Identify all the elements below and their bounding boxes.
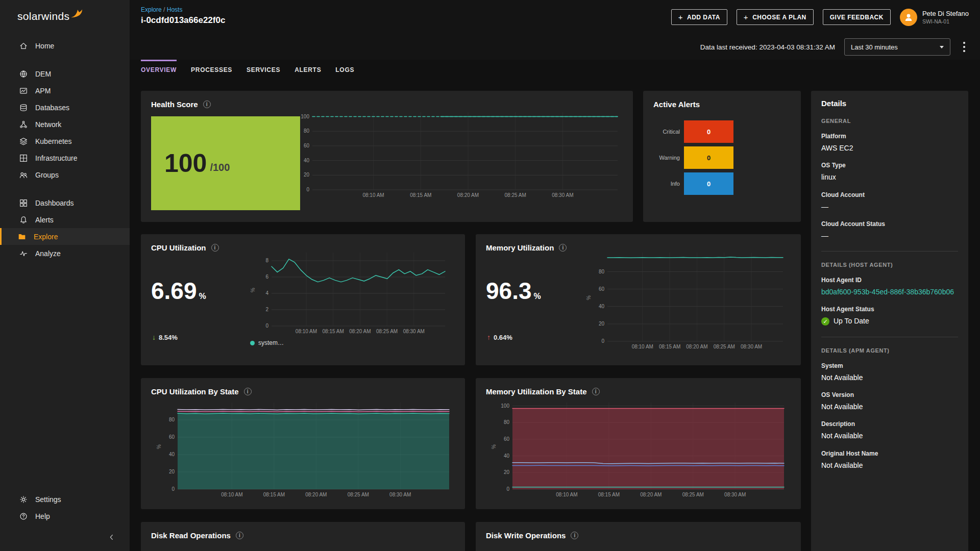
svg-text:08:30 AM: 08:30 AM <box>724 492 746 497</box>
add-data-button[interactable]: + ADD DATA <box>671 9 727 25</box>
check-icon <box>821 317 829 325</box>
svg-text:0: 0 <box>506 486 509 492</box>
memory-chart: 08:10 AM08:15 AM08:20 AM08:25 AM08:30 AM… <box>585 248 787 352</box>
details-section-heading: GENERAL <box>821 118 958 124</box>
info-icon[interactable] <box>559 244 567 252</box>
details-field-label: Cloud Account Status <box>821 220 958 228</box>
svg-text:08:20 AM: 08:20 AM <box>640 492 662 497</box>
time-range-select[interactable]: Last 30 minutes <box>844 38 950 56</box>
svg-text:20: 20 <box>599 321 605 327</box>
info-icon[interactable] <box>244 388 252 395</box>
network-icon <box>19 120 28 129</box>
home-icon <box>19 41 28 51</box>
sidebar-item-alerts[interactable]: Alerts <box>0 211 130 228</box>
sidebar-item-label: Alerts <box>35 216 54 224</box>
sidebar-item-apm[interactable]: APM <box>0 82 130 99</box>
details-field-label: Host Agent ID <box>821 277 958 284</box>
health-score-card: Health Score 100 /100 08:10 AM08:15 AM08… <box>141 91 633 222</box>
tab-processes[interactable]: PROCESSES <box>191 60 232 73</box>
svg-text:40: 40 <box>304 158 310 163</box>
alert-label: Warning <box>643 155 680 161</box>
header-actions: + ADD DATA + CHOOSE A PLAN GIVE FEEDBACK <box>671 0 969 34</box>
details-field-label: Original Host Name <box>821 450 958 457</box>
sidebar-item-dem[interactable]: DEM <box>0 65 130 82</box>
info-icon[interactable] <box>592 388 600 395</box>
svg-text:08:10 AM: 08:10 AM <box>632 344 653 349</box>
svg-text:%: % <box>586 295 592 300</box>
sidebar-item-explore[interactable]: Explore <box>0 228 130 245</box>
sidebar-item-label: Analyze <box>35 249 61 258</box>
time-range-value: Last 30 minutes <box>851 43 898 51</box>
memory-value: 96.3% <box>486 277 541 305</box>
info-icon[interactable] <box>236 532 243 539</box>
memory-by-state-chart: 08:10 AM08:15 AM08:20 AM08:25 AM08:30 AM… <box>490 398 788 499</box>
more-options-button[interactable] <box>960 41 969 53</box>
breadcrumb-hosts-link[interactable]: Hosts <box>167 6 183 13</box>
info-icon[interactable] <box>571 532 578 539</box>
details-field-value[interactable]: bd0af600-953b-45ed-886f-38b36b760b06 <box>821 287 958 297</box>
plus-icon: + <box>678 13 683 21</box>
sidebar-item-label: Settings <box>35 495 61 504</box>
details-field-label: Cloud Account <box>821 191 958 198</box>
tab-logs[interactable]: LOGS <box>335 60 354 73</box>
legend-dot <box>250 341 255 345</box>
info-icon[interactable] <box>211 244 219 252</box>
sidebar-item-analyze[interactable]: Analyze <box>0 245 130 262</box>
svg-text:0: 0 <box>172 486 175 492</box>
sidebar-item-help[interactable]: Help <box>0 508 130 524</box>
kubernetes-icon <box>19 137 28 146</box>
alert-count-box[interactable]: 0 <box>684 172 733 195</box>
health-score-box: 100 /100 <box>151 116 300 210</box>
svg-text:20: 20 <box>304 172 310 178</box>
svg-text:08:20 AM: 08:20 AM <box>686 344 707 349</box>
sidebar-item-databases[interactable]: Databases <box>0 99 130 116</box>
svg-text:4: 4 <box>265 290 268 296</box>
sidebar-item-label: Home <box>35 42 54 50</box>
svg-text:%: % <box>250 288 256 292</box>
tab-bar: OVERVIEW PROCESSES SERVICES ALERTS LOGS <box>141 60 354 73</box>
details-field-value: Not Available <box>821 402 958 412</box>
svg-text:08:10 AM: 08:10 AM <box>362 192 384 198</box>
details-divider <box>821 337 958 337</box>
choose-plan-label: CHOOSE A PLAN <box>752 14 806 21</box>
svg-text:08:15 AM: 08:15 AM <box>598 492 620 497</box>
solarwinds-logo[interactable]: solarwinds <box>0 0 130 22</box>
sidebar-item-kubernetes[interactable]: Kubernetes <box>0 133 130 149</box>
alert-row-info: Info0 <box>643 172 801 195</box>
svg-text:0: 0 <box>265 323 268 329</box>
sidebar-item-home[interactable]: Home <box>0 37 130 54</box>
svg-text:20: 20 <box>504 469 510 475</box>
sidebar-item-network[interactable]: Network <box>0 116 130 133</box>
alert-count-box[interactable]: 0 <box>684 120 733 143</box>
databases-icon <box>19 103 28 112</box>
sidebar-item-dashboards[interactable]: Dashboards <box>0 194 130 211</box>
svg-text:100: 100 <box>501 403 509 409</box>
svg-text:0: 0 <box>306 187 309 192</box>
give-feedback-button[interactable]: GIVE FEEDBACK <box>823 9 891 25</box>
svg-text:08:25 AM: 08:25 AM <box>505 192 526 198</box>
svg-text:08:15 AM: 08:15 AM <box>263 492 285 497</box>
svg-text:2: 2 <box>265 307 268 312</box>
sidebar-item-infrastructure[interactable]: Infrastructure <box>0 149 130 166</box>
tab-overview[interactable]: OVERVIEW <box>141 60 177 73</box>
breadcrumb-explore-link[interactable]: Explore <box>141 6 162 13</box>
svg-text:60: 60 <box>504 436 510 442</box>
alert-count-box[interactable]: 0 <box>684 146 733 169</box>
user-menu[interactable]: Pete Di Stefano SWI-NA-01 <box>900 9 969 26</box>
tab-services[interactable]: SERVICES <box>247 60 280 73</box>
svg-text:08:20 AM: 08:20 AM <box>349 329 371 334</box>
sidebar-collapse-button[interactable] <box>104 530 119 545</box>
add-data-label: ADD DATA <box>687 14 720 21</box>
sidebar-item-groups[interactable]: Groups <box>0 166 130 183</box>
info-icon[interactable] <box>203 101 211 108</box>
svg-text:8: 8 <box>265 258 268 263</box>
alert-label: Info <box>643 181 680 187</box>
svg-text:08:30 AM: 08:30 AM <box>389 492 411 497</box>
choose-plan-button[interactable]: + CHOOSE A PLAN <box>737 9 814 25</box>
disk-read-card: Disk Read Operations <box>141 522 465 551</box>
alert-row-critical: Critical0 <box>643 120 801 143</box>
sidebar-item-settings[interactable]: Settings <box>0 491 130 508</box>
sidebar-item-label: Network <box>35 120 61 129</box>
cpu-value: 6.69% <box>151 277 206 305</box>
tab-alerts[interactable]: ALERTS <box>295 60 321 73</box>
